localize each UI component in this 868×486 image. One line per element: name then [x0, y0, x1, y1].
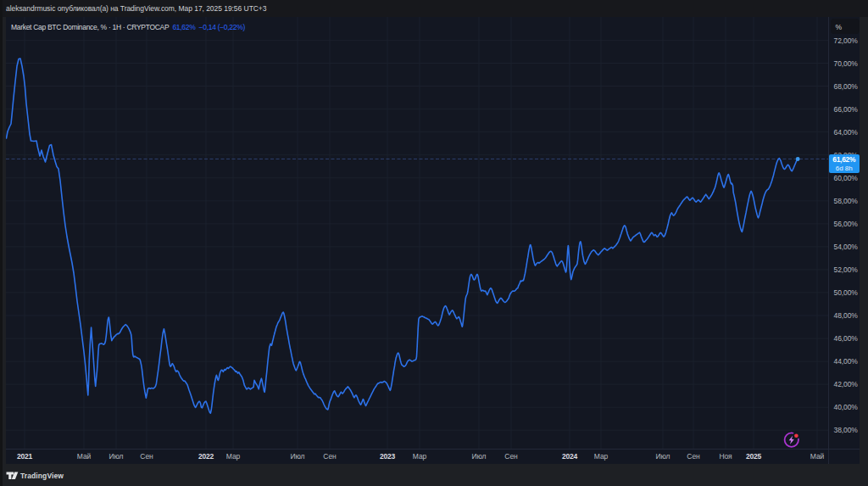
svg-text:Ноя: Ноя	[719, 452, 732, 461]
svg-text:Сен: Сен	[504, 452, 518, 461]
svg-text:Мар: Мар	[594, 452, 609, 461]
svg-text:Сен: Сен	[140, 452, 153, 461]
svg-text:Июл: Июл	[656, 452, 670, 461]
svg-text:Мар: Мар	[413, 452, 427, 461]
svg-text:Июл: Июл	[472, 452, 487, 461]
svg-text:70,00%: 70,00%	[834, 59, 859, 68]
svg-text:2024: 2024	[562, 452, 578, 461]
svg-text:2021: 2021	[17, 452, 33, 461]
svg-text:Май: Май	[77, 452, 92, 461]
svg-text:68,00%: 68,00%	[834, 82, 859, 91]
svg-text:66,00%: 66,00%	[834, 105, 859, 114]
svg-text:64,00%: 64,00%	[834, 128, 859, 137]
svg-text:Май: Май	[810, 452, 825, 461]
svg-text:52,00%: 52,00%	[834, 265, 859, 274]
svg-text:54,00%: 54,00%	[834, 243, 859, 251]
svg-text:Мар: Мар	[226, 452, 241, 461]
svg-text:Июл: Июл	[291, 452, 305, 461]
svg-text:2025: 2025	[746, 452, 762, 461]
svg-text:56,00%: 56,00%	[834, 220, 859, 228]
svg-text:60,00%: 60,00%	[834, 174, 859, 182]
svg-text:2022: 2022	[198, 452, 214, 461]
svg-text:72,00%: 72,00%	[834, 36, 859, 45]
svg-text:Сен: Сен	[687, 452, 700, 461]
svg-text:58,00%: 58,00%	[834, 197, 859, 205]
svg-text:38,00%: 38,00%	[834, 426, 859, 434]
svg-text:50,00%: 50,00%	[834, 288, 859, 297]
svg-text:40,00%: 40,00%	[834, 403, 859, 411]
svg-text:2023: 2023	[380, 452, 396, 461]
svg-text:Июл: Июл	[109, 452, 124, 461]
svg-text:44,00%: 44,00%	[834, 357, 859, 366]
svg-text:48,00%: 48,00%	[834, 311, 859, 320]
svg-text:Сен: Сен	[323, 452, 337, 461]
svg-text:46,00%: 46,00%	[834, 334, 859, 343]
svg-text:42,00%: 42,00%	[834, 380, 859, 388]
